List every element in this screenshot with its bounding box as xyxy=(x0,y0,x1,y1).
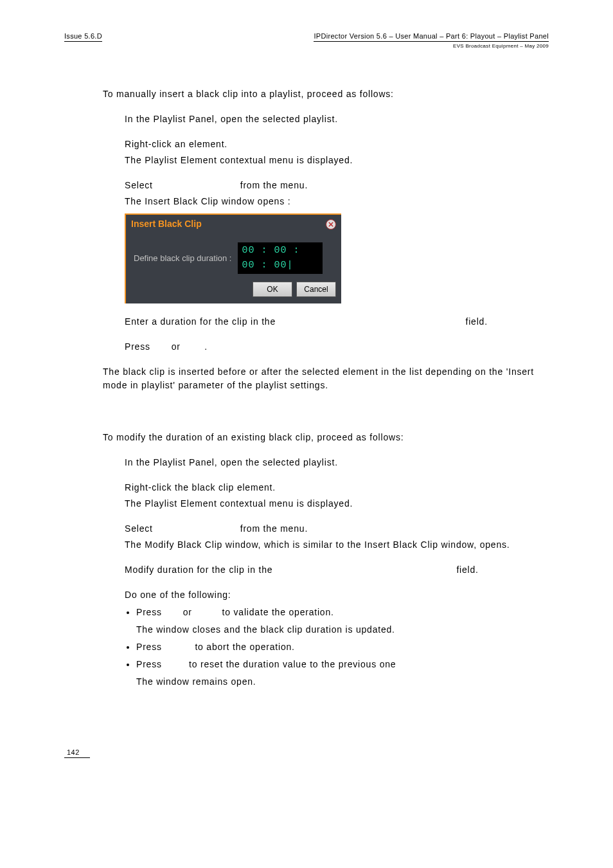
step-sub: The Playlist Element contextual menu is … xyxy=(125,497,549,511)
text-fragment: from the menu. xyxy=(237,523,308,534)
step-1-2: Right-click an element. The Playlist Ele… xyxy=(125,138,549,167)
step-text: Right-click an element. xyxy=(125,138,549,151)
step-sub: The Modify Black Clip window, which is s… xyxy=(125,538,549,552)
text-fragment: Press xyxy=(136,607,164,617)
insert-black-clip-dialog: Insert Black Clip Define black clip dura… xyxy=(125,213,341,303)
text-fragment: to reset the duration value to the previ… xyxy=(186,659,396,669)
outro-1: The black clip is inserted before or aft… xyxy=(103,365,549,392)
step-2-4: Modify duration for the clip in the fiel… xyxy=(125,563,549,577)
text-fragment: Select xyxy=(125,180,155,190)
intro-1: To manually insert a black clip into a p… xyxy=(103,87,549,101)
step-1-3: Select from the menu. The Insert Black C… xyxy=(125,179,549,208)
page-header: Issue 5.6.D IPDirector Version 5.6 – Use… xyxy=(64,32,549,49)
text-fragment: Press xyxy=(136,659,164,669)
step-2-2: Right-click the black clip element. The … xyxy=(125,481,549,511)
bullet-item: Press to abort the operation. xyxy=(136,640,549,654)
text-fragment: or xyxy=(168,341,183,352)
text-fragment: Press xyxy=(136,642,164,652)
text-fragment: to validate the operation. xyxy=(219,607,334,617)
text-fragment: from the menu. xyxy=(237,180,308,190)
text-fragment: field. xyxy=(463,316,488,327)
step-text: Select from the menu. xyxy=(125,179,549,192)
bullet-item: Press to reset the duration value to the… xyxy=(136,658,549,689)
step-sub: The Insert Black Clip window opens : xyxy=(125,195,549,208)
document-body: To manually insert a black clip into a p… xyxy=(103,87,549,689)
text-fragment: or xyxy=(180,607,195,617)
text-fragment: . xyxy=(204,341,208,352)
text-fragment: Press xyxy=(125,341,153,352)
cancel-button[interactable]: Cancel xyxy=(296,282,336,297)
step-1-1: In the Playlist Panel, open the selected… xyxy=(125,113,549,126)
page-footer: 142 xyxy=(64,746,549,758)
dialog-field-label: Define black clip duration : xyxy=(134,252,231,265)
text-fragment: Select xyxy=(125,523,155,534)
step-text: Select from the menu. xyxy=(125,522,549,536)
step-text: Right-click the black clip element. xyxy=(125,481,549,494)
intro-2: To modify the duration of an existing bl… xyxy=(103,431,549,444)
step-1-4: Enter a duration for the clip in the fie… xyxy=(125,315,549,329)
bullet-item: Press or to validate the operation. The … xyxy=(136,606,549,637)
text-fragment: to abort the operation. xyxy=(192,642,295,652)
ok-button[interactable]: OK xyxy=(253,282,292,297)
page-number: 142 xyxy=(64,748,90,758)
header-doc-sub: EVS Broadcast Equipment – May 2009 xyxy=(314,43,549,49)
step-text: Do one of the following: xyxy=(125,588,549,602)
header-issue: Issue 5.6.D xyxy=(64,32,102,42)
step-2-5: Do one of the following: Press or to val… xyxy=(125,588,549,689)
text-fragment: field. xyxy=(454,565,479,575)
bullet-sub: The window closes and the black clip dur… xyxy=(136,623,549,637)
header-doc-title: IPDirector Version 5.6 – User Manual – P… xyxy=(314,32,549,42)
step-sub: The Playlist Element contextual menu is … xyxy=(125,154,549,167)
duration-input[interactable]: 00 : 00 : 00 : 00| xyxy=(238,242,323,274)
text-fragment: Enter a duration for the clip in the xyxy=(125,316,279,327)
bullet-sub: The window remains open. xyxy=(136,675,549,689)
text-fragment: Modify duration for the clip in the xyxy=(125,565,276,575)
step-1-5: Press or . xyxy=(125,340,549,354)
dialog-title: Insert Black Clip xyxy=(131,217,202,231)
step-2-1: In the Playlist Panel, open the selected… xyxy=(125,456,549,469)
step-2-3: Select from the menu. The Modify Black C… xyxy=(125,522,549,552)
close-icon[interactable] xyxy=(326,219,336,230)
